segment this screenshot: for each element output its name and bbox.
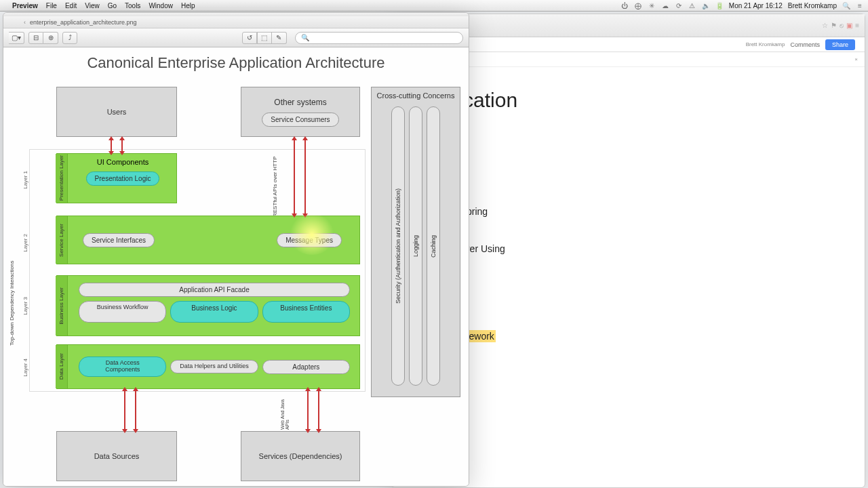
arrow-icon [307, 390, 309, 430]
select-button[interactable]: ⬚ [257, 32, 272, 44]
architecture-diagram: Canonical Enterprise Application Archite… [3, 47, 469, 486]
diagram-title: Canonical Enterprise Application Archite… [3, 54, 469, 72]
layer-marker: Layer 1 [22, 171, 28, 189]
restful-label: RESTful APIs over HTTP [272, 149, 278, 217]
status-icon: ⟳ [675, 2, 683, 9]
battery-icon: 🔋 [715, 2, 724, 9]
arrow-icon [135, 390, 136, 430]
preview-filename: enterprise_application_architecture.png [30, 19, 137, 26]
presentation-layer-tag: Presentation Layer [58, 155, 64, 201]
api-facade-pill: Application API Facade [79, 283, 350, 297]
menu-view[interactable]: View [85, 2, 100, 9]
layer-marker: Layer 3 [22, 297, 28, 315]
crosscutting-box: Cross-cutting Concerns Security (Authent… [371, 87, 460, 397]
status-icon: ✳ [648, 2, 656, 9]
pillar-caching: Caching [427, 106, 440, 386]
volume-icon: 🔈 [702, 2, 710, 9]
ui-components-label: UI Components [97, 158, 149, 166]
pillar-logging: Logging [409, 106, 422, 386]
message-types-pill: Message Types [277, 233, 342, 247]
share-button[interactable]: Share [825, 39, 855, 50]
data-helpers-pill: Data Helpers and Utilities [170, 360, 258, 373]
presentation-layer: Presentation Layer UI Components Present… [56, 153, 177, 203]
service-interfaces-pill: Service Interfaces [83, 233, 155, 247]
notifications-icon[interactable]: ≡ [856, 2, 864, 9]
presentation-logic-pill: Presentation Logic [86, 171, 160, 186]
arrow-icon [294, 140, 295, 214]
markup-button[interactable]: ✎ [272, 32, 287, 44]
arrow-icon [121, 140, 123, 152]
menu-edit[interactable]: Edit [65, 2, 77, 9]
layer-marker: Layer 2 [22, 234, 28, 252]
pillar-security: Security (Authentication and Authorizati… [391, 106, 405, 386]
zoom-in-button[interactable]: ⊕ [43, 32, 58, 44]
crosscutting-title: Cross-cutting Concerns [377, 92, 455, 100]
menu-file[interactable]: File [46, 2, 57, 9]
other-systems-label: Other systems [274, 98, 326, 107]
sidebar-toggle-button[interactable]: ▢▾ [9, 32, 24, 44]
arrow-icon [111, 140, 112, 152]
rotate-button[interactable]: ↺ [242, 32, 257, 44]
spotlight-icon[interactable]: 🔍 [842, 2, 850, 9]
menubar-user[interactable]: Brett Kromkamp [788, 2, 837, 9]
data-layer: Data Layer Data Access Components Data H… [56, 344, 360, 389]
data-access-pill: Data Access Components [79, 357, 166, 377]
business-entities-pill: Business Entities [262, 301, 350, 323]
status-icon: ⏻ [620, 2, 629, 9]
app-name[interactable]: Preview [12, 2, 38, 9]
webjava-label: Web And Java APIs [280, 396, 290, 430]
arrow-icon [318, 390, 319, 430]
menubar-datetime[interactable]: Mon 21 Apr 16:12 [729, 2, 783, 9]
browser-extension-icons: ☆⚑⎋▣≡ [819, 22, 859, 29]
zoom-out-button[interactable]: ⊟ [28, 32, 43, 44]
layer-marker: Layer 4 [22, 359, 28, 377]
service-layer: Service Layer Service Interfaces Message… [56, 216, 360, 264]
data-layer-tag: Data Layer [58, 353, 64, 380]
preview-window: ‹ enterprise_application_architecture.pn… [3, 12, 469, 487]
users-box: Users [56, 87, 177, 137]
arrow-icon [124, 390, 125, 430]
business-layer-tag: Business Layer [58, 287, 64, 325]
business-workflow-pill: Business Workflow [79, 301, 166, 323]
status-icon: ⨁ [634, 2, 642, 9]
menu-go[interactable]: Go [108, 2, 117, 9]
preview-canvas: Canonical Enterprise Application Archite… [3, 47, 469, 486]
status-icon: ☁ [661, 2, 669, 9]
search-icon: 🔍 [301, 34, 309, 41]
arrow-icon [304, 140, 306, 214]
preview-titlebar: ‹ enterprise_application_architecture.pn… [3, 16, 469, 28]
data-sources-box: Data Sources [56, 431, 177, 481]
axis-label: Top-down Dependency Interactions [9, 210, 15, 346]
services-deps-box: Services (Dependencies) [241, 431, 360, 481]
menu-tools[interactable]: Tools [125, 2, 140, 9]
share-button[interactable]: ⤴ [62, 32, 77, 44]
search-input[interactable]: 🔍 [295, 32, 464, 44]
close-icon[interactable]: × [854, 56, 858, 62]
menu-help[interactable]: Help [181, 2, 195, 9]
service-consumers-pill: Service Consumers [262, 113, 338, 127]
comments-button[interactable]: Comments [790, 41, 820, 48]
business-layer: Business Layer Application API Facade Bu… [56, 275, 360, 336]
wifi-icon: ⚠ [688, 2, 696, 9]
doc-user: Brett Kromkamp [746, 41, 785, 47]
mac-menubar: Preview File Edit View Go Tools Window H… [0, 0, 868, 12]
preview-toolbar: ▢▾ ⊟ ⊕ ⤴ ↺ ⬚ ✎ 🔍 [3, 28, 469, 47]
menubar-right: ⏻ ⨁ ✳ ☁ ⟳ ⚠ 🔈 🔋 Mon 21 Apr 16:12 Brett K… [620, 2, 864, 9]
adapters-pill: Adapters [262, 360, 350, 374]
other-systems-box: Other systems Service Consumers [241, 87, 360, 137]
service-layer-tag: Service Layer [58, 224, 64, 257]
business-logic-pill: Business Logic [170, 301, 258, 323]
menu-window[interactable]: Window [149, 2, 173, 9]
